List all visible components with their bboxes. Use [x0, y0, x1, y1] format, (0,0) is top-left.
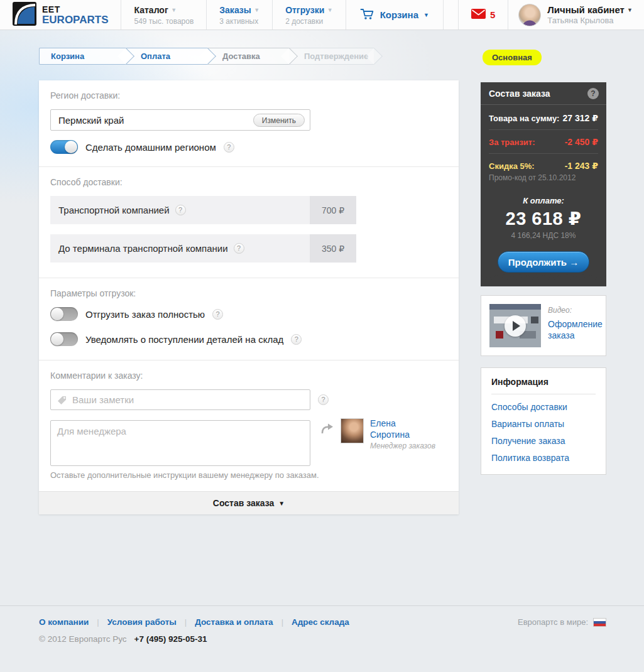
- menu-shipments-sub: 2 доставки: [285, 17, 333, 26]
- manager-first-name[interactable]: Елена: [370, 418, 435, 430]
- footer-link-terms[interactable]: Условия работы: [107, 617, 177, 627]
- caret-down-icon: ▼: [278, 500, 285, 507]
- info-link-payment-options[interactable]: Варианты оплаты: [491, 419, 596, 429]
- checkout-page: EET EUROPARTS Каталог ▼ 549 тыс. товаров…: [0, 0, 644, 672]
- manager-role: Менеджер заказов: [370, 442, 435, 450]
- curved-arrow-icon: [320, 422, 334, 437]
- caret-down-icon: ▼: [254, 7, 259, 13]
- promo-code-note: Промо-код от 25.10.2012: [489, 173, 598, 182]
- menu-shipments[interactable]: Отгрузки ▼ 2 доставки: [273, 0, 346, 30]
- vat-note: 4 166,24 НДС 18%: [487, 231, 600, 240]
- total-value: 23 618 ₽: [487, 208, 600, 229]
- region-section: Регион доставки: Изменить Сделать домашн…: [39, 80, 459, 166]
- delivery-option-price: 700 ₽: [310, 196, 356, 224]
- notes-input[interactable]: [51, 390, 310, 409]
- menu-orders-sub: 3 активных: [219, 17, 259, 26]
- account-menu[interactable]: Личный кабинет ▼ Татьяна Крылова: [508, 0, 644, 30]
- footer-link-about[interactable]: О компании: [39, 617, 89, 627]
- order-summary-panel: Состав заказа ? Товара на сумму: 27 312 …: [481, 82, 606, 286]
- page-footer: О компании | Условия работы | Доставка и…: [0, 605, 644, 644]
- menu-catalog-sub: 549 тыс. товаров: [134, 17, 194, 26]
- step-confirmation: Подтверждение: [289, 48, 374, 65]
- help-icon[interactable]: ?: [291, 334, 302, 345]
- comments-label: Комментарии к заказу:: [50, 371, 447, 381]
- order-contents-toggle[interactable]: Состав заказа ▼: [39, 491, 459, 514]
- shipping-params-section: Параметры отгрузок: Отгрузить заказ полн…: [39, 278, 459, 360]
- caret-down-icon: ▼: [171, 7, 177, 13]
- envelope-icon: [471, 9, 486, 21]
- video-caption: Видео:: [548, 306, 603, 315]
- order-summary-title: Состав заказа: [489, 89, 550, 99]
- comments-section: Комментарии к заказу: ? Оставьте дополни…: [39, 360, 459, 491]
- receipt-zigzag-edge: [481, 274, 606, 281]
- help-icon[interactable]: ?: [212, 309, 223, 320]
- account-name: Татьяна Крылова: [547, 16, 633, 25]
- play-icon[interactable]: [505, 315, 526, 337]
- shipping-params-label: Параметры отгрузок:: [50, 288, 447, 298]
- logo[interactable]: EET EUROPARTS: [0, 0, 121, 30]
- manager-avatar: [341, 418, 364, 443]
- menu-orders[interactable]: Заказы ▼ 3 активных: [207, 0, 272, 30]
- caret-down-icon: ▼: [423, 12, 429, 18]
- change-region-button[interactable]: Изменить: [253, 114, 305, 127]
- info-link-delivery-methods[interactable]: Способы доставки: [491, 402, 596, 412]
- ship-complete-label: Отгрузить заказ полностью: [85, 309, 205, 320]
- step-delivery: Доставка: [207, 48, 289, 65]
- manager-comment-textarea[interactable]: [51, 421, 310, 465]
- checkout-form-card: Регион доставки: Изменить Сделать домашн…: [39, 80, 459, 514]
- menu-catalog[interactable]: Каталог ▼ 549 тыс. товаров: [121, 0, 206, 30]
- mail-count: 5: [490, 9, 495, 20]
- mail-notifications[interactable]: 5: [459, 0, 508, 30]
- notify-arrival-toggle[interactable]: [50, 332, 78, 346]
- caret-down-icon: ▼: [327, 7, 333, 13]
- help-icon[interactable]: ?: [318, 394, 329, 405]
- step-cart[interactable]: Корзина: [39, 48, 126, 65]
- help-icon[interactable]: ?: [587, 88, 599, 99]
- russia-flag-icon[interactable]: [593, 618, 606, 627]
- video-link[interactable]: Оформление заказа: [548, 318, 603, 341]
- info-title: Информация: [491, 377, 596, 387]
- summary-row-discount: Скидка 5%: -1 243 ₽ Промо-код от 25.10.2…: [489, 154, 598, 188]
- footer-link-warehouse-address[interactable]: Адрес склада: [292, 617, 349, 627]
- cart-menu[interactable]: Корзина ▼: [346, 0, 443, 30]
- footer-link-delivery-payment[interactable]: Доставка и оплата: [195, 617, 273, 627]
- manager-block: Елена Сиротина Менеджер заказов: [320, 418, 435, 450]
- help-icon[interactable]: ?: [224, 142, 234, 153]
- logo-line1: EET: [42, 5, 108, 14]
- delivery-option-terminal[interactable]: До терминала транспортной компании ? 350…: [50, 234, 356, 263]
- phone-number: +7 (495) 925-05-31: [134, 634, 207, 644]
- info-link-order-pickup[interactable]: Получение заказа: [491, 436, 596, 446]
- info-box: Информация Способы доставки Варианты опл…: [481, 367, 606, 475]
- home-region-toggle-label: Сделать домашним регионом: [85, 142, 216, 153]
- caret-down-icon: ▼: [627, 7, 633, 13]
- video-thumbnail[interactable]: [489, 304, 541, 347]
- video-box: Видео: Оформление заказа: [481, 295, 606, 356]
- manager-comment-helper: Оставьте дополнительные инструкции вашем…: [50, 470, 447, 480]
- region-field-wrap: Изменить: [50, 109, 310, 131]
- help-icon[interactable]: ?: [234, 243, 244, 254]
- summary-row-subtotal: Товара на сумму: 27 312 ₽: [489, 106, 598, 130]
- delivery-option-transport-company[interactable]: Транспортной компанией ? 700 ₽: [50, 196, 356, 224]
- account-title: Личный кабинет: [547, 4, 625, 15]
- user-avatar: [518, 4, 541, 26]
- notify-arrival-label: Уведомлять о поступлении деталей на скла…: [85, 334, 283, 345]
- manager-last-name[interactable]: Сиротина: [370, 430, 435, 441]
- world-label: Европартс в мире:: [518, 617, 588, 627]
- breadcrumb: Корзина Оплата Доставка Подтверждение: [39, 48, 374, 65]
- continue-button[interactable]: Продолжить →: [498, 251, 589, 273]
- delivery-method-label: Способ доставки:: [50, 177, 447, 187]
- home-region-toggle[interactable]: [50, 140, 78, 154]
- ship-complete-toggle[interactable]: [50, 307, 78, 321]
- logo-line2: EUROPARTS: [42, 14, 108, 26]
- total-label: К оплате:: [487, 196, 600, 205]
- step-payment[interactable]: Оплата: [126, 48, 207, 65]
- info-link-return-policy[interactable]: Политика возврата: [491, 453, 596, 463]
- delivery-option-price: 350 ₽: [310, 234, 356, 263]
- cart-icon: [360, 8, 375, 23]
- copyright: © 2012 Европартс Рус: [39, 634, 127, 644]
- top-header: EET EUROPARTS Каталог ▼ 549 тыс. товаров…: [0, 0, 644, 30]
- help-icon[interactable]: ?: [175, 205, 186, 215]
- primary-order-badge[interactable]: Основная: [483, 50, 542, 65]
- delivery-method-section: Способ доставки: Транспортной компанией …: [39, 166, 459, 278]
- region-label: Регион доставки:: [50, 90, 447, 100]
